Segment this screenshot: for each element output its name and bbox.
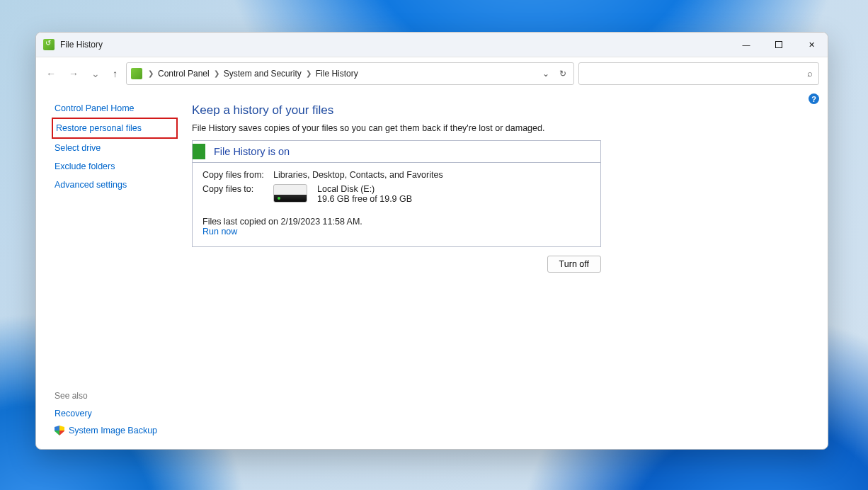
copy-from-label: Copy files from: <box>202 170 273 180</box>
page-subheading: File History saves copies of your files … <box>192 123 811 133</box>
window-title: File History <box>60 40 103 50</box>
breadcrumb-item[interactable]: File History <box>313 69 361 79</box>
chevron-right-icon: ❯ <box>147 69 155 77</box>
copy-from-value: Libraries, Desktop, Contacts, and Favori… <box>273 170 443 180</box>
status-flag-icon <box>193 144 205 159</box>
nav-icons: ← → ⌄ ↑ <box>45 68 122 79</box>
address-dropdown-icon[interactable]: ⌄ <box>542 69 549 79</box>
sidebar-link-advanced[interactable]: Advanced settings <box>52 176 178 194</box>
file-history-window: File History — ✕ ← → ⌄ ↑ ❯ Control Panel… <box>35 32 828 450</box>
close-button[interactable]: ✕ <box>795 33 828 57</box>
disk-name: Local Disk (E:) <box>317 184 412 194</box>
sidebar: Control Panel Home Restore personal file… <box>36 89 185 449</box>
sidebar-link-select-drive[interactable]: Select drive <box>52 139 178 157</box>
maximize-button[interactable] <box>763 33 795 57</box>
button-row: Turn off <box>192 256 601 273</box>
body: ? Control Panel Home Restore personal fi… <box>36 89 828 449</box>
window-controls: — ✕ <box>730 33 828 57</box>
nav-row: ← → ⌄ ↑ ❯ Control Panel ❯ System and Sec… <box>36 57 828 89</box>
search-icon: ⌕ <box>807 68 813 79</box>
shield-icon <box>55 426 64 435</box>
turn-off-button[interactable]: Turn off <box>547 256 601 273</box>
control-panel-icon <box>131 68 142 79</box>
file-history-icon <box>43 39 55 50</box>
up-icon[interactable]: ↑ <box>113 68 118 79</box>
sidebar-link-home[interactable]: Control Panel Home <box>52 99 178 118</box>
last-copied-text: Files last copied on 2/19/2023 11:58 AM. <box>202 217 590 227</box>
address-bar[interactable]: ❯ Control Panel ❯ System and Security ❯ … <box>126 62 574 85</box>
run-now-link[interactable]: Run now <box>202 227 590 237</box>
disk-row: Local Disk (E:) 19.6 GB free of 19.9 GB <box>273 184 412 204</box>
hard-drive-icon <box>273 184 307 203</box>
see-also-label: System Image Backup <box>69 426 157 435</box>
copy-to-label: Copy files to: <box>202 184 273 204</box>
see-also-recovery[interactable]: Recovery <box>52 405 178 422</box>
main-content: Keep a history of your files File Histor… <box>185 89 828 449</box>
status-box: File History is on Copy files from: Libr… <box>192 140 601 247</box>
status-title: File History is on <box>214 146 290 157</box>
disk-space: 19.6 GB free of 19.9 GB <box>317 194 412 204</box>
forward-icon[interactable]: → <box>69 68 79 79</box>
sidebar-link-restore[interactable]: Restore personal files <box>52 118 178 139</box>
back-icon[interactable]: ← <box>46 68 56 79</box>
recent-dropdown-icon[interactable]: ⌄ <box>91 68 100 79</box>
chevron-right-icon: ❯ <box>304 69 313 77</box>
breadcrumb-item[interactable]: System and Security <box>221 69 304 79</box>
refresh-icon[interactable]: ↻ <box>559 69 566 79</box>
see-also-system-image-backup[interactable]: System Image Backup <box>52 422 178 439</box>
search-box[interactable]: ⌕ <box>578 62 819 85</box>
help-icon[interactable]: ? <box>809 93 819 104</box>
breadcrumb-item[interactable]: Control Panel <box>155 69 212 79</box>
see-also-label: Recovery <box>55 409 92 418</box>
titlebar[interactable]: File History — ✕ <box>36 33 828 57</box>
sidebar-link-exclude[interactable]: Exclude folders <box>52 157 178 176</box>
maximize-icon <box>775 41 782 48</box>
minimize-button[interactable]: — <box>730 33 763 57</box>
see-also-header: See also <box>52 387 178 405</box>
status-header: File History is on <box>193 141 600 163</box>
chevron-right-icon: ❯ <box>212 69 221 77</box>
page-heading: Keep a history of your files <box>192 103 811 118</box>
status-body: Copy files from: Libraries, Desktop, Con… <box>193 163 600 246</box>
